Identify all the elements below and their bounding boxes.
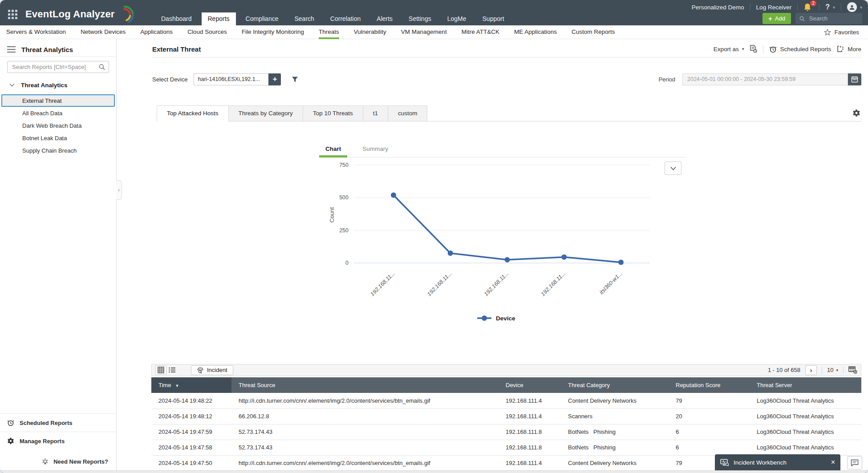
device-select-input[interactable]: hari-14106t,ESXi,192.1... bbox=[194, 73, 268, 85]
export-file-icon[interactable] bbox=[750, 45, 757, 53]
report-tab[interactable]: custom bbox=[388, 105, 428, 121]
table-header-row: Time▼Threat SourceDeviceThreat CategoryR… bbox=[151, 377, 861, 393]
notifications-button[interactable]: 2 bbox=[803, 2, 813, 12]
column-header[interactable]: Threat Server bbox=[750, 377, 861, 393]
table-cell: Scanners bbox=[561, 408, 669, 424]
report-search-input[interactable] bbox=[11, 63, 99, 71]
grid-view-button[interactable] bbox=[155, 365, 166, 375]
column-header[interactable]: Device bbox=[499, 377, 561, 393]
subnav-item[interactable]: Cloud Sources bbox=[187, 25, 227, 39]
calendar-button[interactable] bbox=[848, 73, 861, 85]
svg-text:192.168.11...: 192.168.11... bbox=[540, 270, 567, 297]
apps-grid-icon[interactable] bbox=[6, 8, 19, 21]
manage-reports-link[interactable]: Manage Reports bbox=[0, 432, 116, 450]
divider bbox=[797, 4, 798, 11]
scheduled-reports-link[interactable]: Scheduled Reports bbox=[0, 413, 116, 432]
incident-workbench-popup[interactable]: Incident Workbench × bbox=[715, 454, 840, 470]
topbar-nav-item[interactable]: Reports bbox=[202, 12, 236, 25]
add-device-button[interactable]: + bbox=[268, 73, 281, 85]
table-cell: 2024-05-14 19:47:59 bbox=[151, 424, 231, 440]
next-page-button[interactable]: › bbox=[805, 365, 817, 375]
topbar-nav-item[interactable]: Settings bbox=[402, 12, 438, 25]
table-row[interactable]: 2024-05-14 19:48:1266.206.12.8192.168.11… bbox=[151, 408, 861, 424]
topbar-nav: DashboardReportsComplianceSearchCorrelat… bbox=[153, 12, 512, 25]
view-tab[interactable]: Chart bbox=[319, 143, 347, 158]
topbar-nav-item[interactable]: Support bbox=[476, 12, 511, 25]
sidebar-collapse-handle[interactable]: ‹ bbox=[116, 180, 122, 200]
subnav-item[interactable]: Applications bbox=[140, 25, 173, 39]
personalized-demo-link[interactable]: Personalized Demo bbox=[692, 4, 744, 11]
topbar-nav-item[interactable]: Search bbox=[288, 12, 320, 25]
sidebar-report-item[interactable]: Supply Chain Breach bbox=[1, 144, 115, 157]
alarm-clock-icon bbox=[7, 419, 14, 426]
table-row[interactable]: 2024-05-14 19:47:5952.73.174.43192.168.1… bbox=[151, 424, 861, 440]
scheduled-reports-button[interactable]: Scheduled Reports bbox=[769, 45, 831, 53]
column-header[interactable]: Threat Category bbox=[561, 377, 669, 393]
search-input[interactable] bbox=[808, 15, 858, 22]
close-icon[interactable]: × bbox=[831, 459, 835, 466]
subnav-item[interactable]: Network Devices bbox=[81, 25, 126, 39]
divider bbox=[822, 367, 822, 374]
column-header[interactable]: Reputation Score bbox=[669, 377, 750, 393]
topbar-nav-item[interactable]: Compliance bbox=[239, 12, 285, 25]
sidebar-report-item[interactable]: All Breach Data bbox=[1, 107, 115, 119]
workbench-monitor-icon bbox=[720, 459, 729, 466]
help-menu[interactable]: ? ▾ bbox=[825, 3, 835, 11]
hamburger-menu-icon[interactable] bbox=[7, 45, 16, 54]
select-device-label: Select Device bbox=[152, 76, 187, 83]
filter-icon[interactable] bbox=[292, 76, 298, 83]
table-row[interactable]: 2024-05-14 19:47:5852.73.174.43192.168.1… bbox=[151, 440, 861, 455]
sidebar-title: Threat Analytics bbox=[21, 46, 73, 53]
divider bbox=[0, 57, 116, 57]
tab-settings-gear-icon[interactable] bbox=[852, 109, 860, 119]
chart-collapse-button[interactable] bbox=[665, 162, 681, 175]
table-row[interactable]: 2024-05-14 19:48:22http://i.cdn.turner.c… bbox=[151, 393, 861, 408]
plus-icon: + bbox=[768, 15, 772, 22]
table-cell: 66.206.12.8 bbox=[231, 408, 499, 424]
add-button[interactable]: + Add bbox=[763, 13, 791, 24]
feedback-chat-button[interactable] bbox=[847, 456, 862, 469]
view-tab[interactable]: Summary bbox=[356, 143, 394, 158]
report-tab[interactable]: Top 10 Threats bbox=[303, 105, 363, 121]
svg-text:itsl360-w1...: itsl360-w1... bbox=[598, 270, 624, 295]
need-new-reports-link[interactable]: Need New Reports? bbox=[0, 450, 116, 473]
table-cell: Log360Cloud Threat Analytics bbox=[750, 424, 861, 440]
incident-button[interactable]: Incident bbox=[191, 365, 233, 375]
list-view-button[interactable] bbox=[166, 365, 178, 375]
sidebar-footer: Scheduled Reports Manage Reports Need Ne… bbox=[0, 413, 116, 473]
favorites-button[interactable]: Favorites bbox=[824, 29, 859, 36]
more-button[interactable]: More bbox=[837, 45, 861, 53]
subnav-item[interactable]: File Integrity Monitoring bbox=[242, 25, 304, 39]
subnav-item[interactable]: Custom Reports bbox=[572, 25, 615, 39]
report-tab[interactable]: Threats by Category bbox=[228, 105, 303, 121]
export-as-button[interactable]: Export as ▾ bbox=[714, 46, 744, 53]
sidebar-report-item[interactable]: External Threat bbox=[1, 94, 115, 107]
user-menu[interactable]: ▾ bbox=[847, 2, 862, 12]
subnav-item[interactable]: VM Management bbox=[401, 25, 447, 39]
report-tab[interactable]: Top Attacked Hosts bbox=[157, 105, 229, 121]
table-cell: Log360Cloud Threat Analytics bbox=[750, 393, 861, 408]
fingerprint-search-icon bbox=[197, 367, 204, 374]
subnav-item[interactable]: Mitre ATT&CK bbox=[462, 25, 499, 39]
report-tab[interactable]: t1 bbox=[363, 105, 388, 121]
sidebar-report-item[interactable]: Dark Web Breach Data bbox=[1, 119, 115, 132]
period-input[interactable]: 2024-05-01 00:00:00 - 2024-05-30 23:59:5… bbox=[682, 73, 848, 85]
subnav-item[interactable]: ME Applications bbox=[514, 25, 557, 39]
topbar-nav-item[interactable]: LogMe bbox=[441, 12, 473, 25]
line-chart-svg: 7505002500192.168.11...192.168.11...192.… bbox=[312, 162, 651, 348]
add-column-button[interactable] bbox=[848, 366, 857, 374]
table-cell: 2024-05-14 19:47:50 bbox=[151, 455, 231, 471]
topbar-nav-item[interactable]: Alerts bbox=[370, 12, 399, 25]
topbar-nav-item[interactable]: Correlation bbox=[324, 12, 367, 25]
column-header[interactable]: Time▼ bbox=[151, 377, 231, 393]
sidebar-group-threat-analytics[interactable]: Threat Analytics bbox=[0, 79, 116, 91]
topbar-nav-item[interactable]: Dashboard bbox=[155, 12, 198, 25]
sidebar-report-item[interactable]: Botnet Leak Data bbox=[1, 132, 115, 144]
subnav-item[interactable]: Servers & Workstation bbox=[6, 25, 66, 39]
column-header[interactable]: Threat Source bbox=[231, 377, 499, 393]
table-cell: http://i.cdn.turner.com/cnn/.element/img… bbox=[231, 455, 499, 471]
subnav-item[interactable]: Threats bbox=[319, 25, 339, 39]
log-receiver-link[interactable]: Log Receiver bbox=[756, 4, 792, 11]
page-size-dropdown[interactable]: 10 ▾ bbox=[827, 367, 838, 373]
subnav-item[interactable]: Vulnerability bbox=[354, 25, 386, 39]
